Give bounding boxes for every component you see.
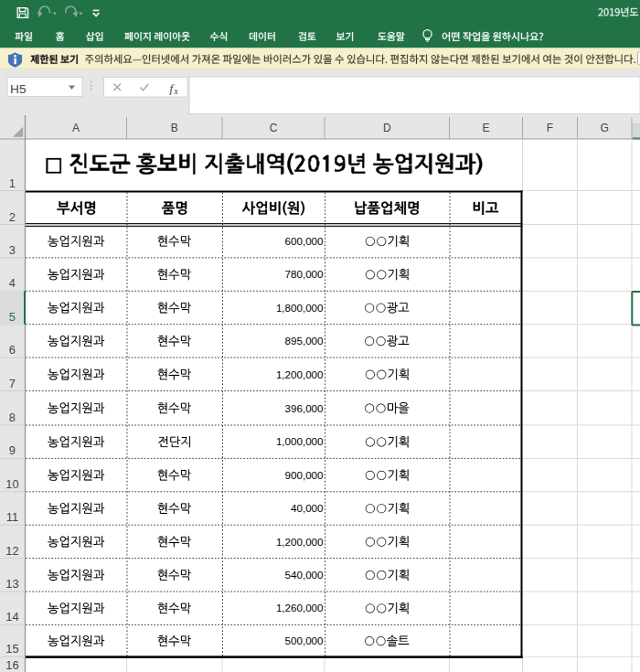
svg-text:5: 5: [9, 310, 16, 324]
svg-text:9: 9: [9, 443, 16, 457]
svg-text:40,000: 40,000: [291, 502, 323, 514]
svg-text:1: 1: [9, 176, 16, 190]
svg-text:12: 12: [5, 544, 18, 558]
svg-text:2: 2: [9, 210, 16, 224]
svg-text:1,260,000: 1,260,000: [276, 602, 324, 613]
svg-text:G: G: [601, 122, 609, 134]
svg-text:600,000: 600,000: [285, 235, 324, 247]
svg-text:11: 11: [6, 510, 18, 524]
svg-text:1,200,000: 1,200,000: [276, 536, 324, 548]
svg-text:7: 7: [9, 377, 16, 390]
svg-text:1,200,000: 1,200,000: [276, 368, 324, 380]
svg-text:900,000: 900,000: [285, 469, 324, 481]
svg-text:16: 16: [5, 658, 18, 672]
svg-text:895,000: 895,000: [285, 335, 324, 347]
svg-text:15: 15: [5, 642, 18, 656]
svg-text:H5: H5: [10, 82, 27, 96]
svg-text:D: D: [383, 122, 391, 134]
svg-text:x: x: [174, 87, 179, 96]
svg-text:1,800,000: 1,800,000: [276, 302, 324, 314]
svg-text:10: 10: [5, 477, 18, 491]
svg-text:A: A: [72, 122, 80, 134]
svg-text:8: 8: [9, 411, 16, 424]
svg-text:13: 13: [5, 577, 18, 591]
svg-text:E: E: [482, 122, 489, 134]
svg-text:4: 4: [9, 276, 16, 290]
svg-text:6: 6: [9, 343, 16, 357]
svg-text:F: F: [547, 122, 553, 134]
svg-text:C: C: [270, 122, 278, 134]
svg-text:14: 14: [5, 610, 18, 624]
svg-text:540,000: 540,000: [285, 569, 324, 581]
svg-text:1,000,000: 1,000,000: [276, 435, 324, 447]
svg-text:3: 3: [9, 243, 16, 257]
svg-text:396,000: 396,000: [285, 402, 324, 414]
svg-text:B: B: [171, 122, 178, 134]
svg-text:780,000: 780,000: [285, 268, 324, 280]
svg-text:500,000: 500,000: [285, 635, 324, 646]
